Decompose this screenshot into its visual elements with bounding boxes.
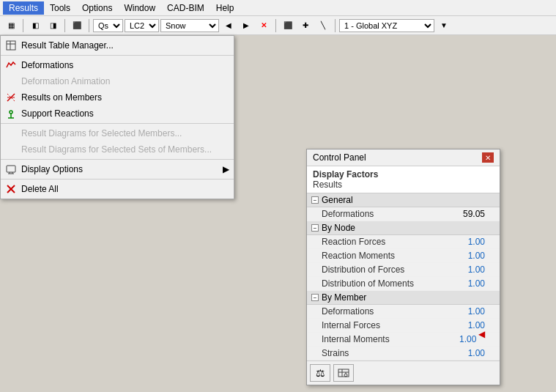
toolbar-next[interactable]: ▶	[238, 18, 254, 33]
bymember-deformations-label: Deformations	[322, 306, 459, 317]
menu-window[interactable]: Window	[118, 1, 161, 15]
delete-icon	[5, 183, 17, 195]
dropdown-result-table-manager[interactable]: Result Table Manager...	[1, 37, 234, 53]
combo-xyz[interactable]: 1 - Global XYZ	[339, 19, 434, 32]
deform-icon	[5, 59, 17, 71]
toolbar: ▦ ◧ ◨ ⬛ Qs LC2 Snow ◀ ▶ ✕ ⬛ ✚ ╲ 1 - Glob…	[0, 16, 556, 35]
toolbar-btn-2[interactable]: ◧	[27, 18, 43, 33]
menu-cadbim[interactable]: CAD-BIM	[161, 1, 210, 15]
arrow-icon: ▶	[223, 164, 229, 174]
panel-subtitle: Display Factors Results	[307, 166, 500, 193]
bymember-internal-forces-row: Internal Forces 1.00	[307, 319, 500, 333]
bynode-reaction-moments-label: Reaction Moments	[322, 251, 459, 261]
svg-rect-9	[7, 166, 15, 172]
toolbar-btn-4[interactable]: ⬛	[69, 18, 85, 33]
toolbar-btn-6[interactable]: ✚	[297, 18, 314, 33]
bymember-internal-moments-label: Internal Moments	[322, 334, 459, 344]
general-deformations-label: Deformations	[322, 209, 459, 219]
dropdown-deformation-animation[interactable]: Deformation Animation	[1, 73, 234, 89]
toolbar-btn-5[interactable]: ⬛	[280, 18, 296, 33]
footer-scale-button[interactable]: ⚖	[310, 364, 330, 382]
collapse-general-btn[interactable]: −	[311, 196, 319, 204]
bynode-reaction-forces-value: 1.00	[459, 237, 500, 247]
bymember-internal-forces-label: Internal Forces	[322, 320, 459, 330]
red-arrow-icon: ◀	[478, 329, 485, 339]
dropdown-sep-1	[1, 55, 234, 56]
support-icon	[5, 108, 17, 119]
toolbar-prev[interactable]: ◀	[220, 18, 237, 33]
bynode-distribution-moments-row: Distribution of Moments 1.00	[307, 277, 500, 291]
dropdown-results-on-members[interactable]: Results on Members	[1, 89, 234, 106]
dropdown-display-options[interactable]: Display Options ▶	[1, 161, 234, 177]
combo-qs[interactable]: Qs	[93, 19, 123, 32]
svg-point-6	[10, 111, 12, 114]
toolbar-sep-2	[64, 19, 65, 32]
bynode-distribution-forces-label: Distribution of Forces	[322, 265, 459, 275]
toolbar-sep-4	[275, 19, 276, 32]
bymember-internal-moments-row: Internal Moments 1.00 ◀	[307, 333, 500, 347]
menu-options[interactable]: Options	[76, 1, 118, 15]
menu-results[interactable]: Results	[3, 1, 44, 15]
display-icon	[5, 163, 17, 175]
bynode-distribution-forces-value: 1.00	[459, 265, 500, 275]
bynode-reaction-moments-value: 1.00	[459, 251, 500, 261]
dropdown-result-diagrams-sets[interactable]: Result Diagrams for Selected Sets of Mem…	[1, 141, 234, 158]
footer-table-button[interactable]	[333, 364, 354, 382]
control-panel: Control Panel ✕ Display Factors Results …	[306, 149, 500, 385]
bymember-strains-label: Strains	[322, 348, 459, 358]
dropdown-sep-4	[1, 179, 234, 180]
dropdown-delete-all[interactable]: Delete All	[1, 181, 234, 197]
toolbar-btn-7[interactable]: ╲	[315, 18, 331, 33]
menu-bar: Results Tools Options Window CAD-BIM Hel…	[0, 0, 556, 16]
results-icon	[5, 92, 17, 103]
dropdown-support-reactions[interactable]: Support Reactions	[1, 106, 234, 122]
bynode-reaction-moments-row: Reaction Moments 1.00	[307, 249, 500, 263]
bynode-reaction-forces-label: Reaction Forces	[322, 237, 459, 247]
dropdown-result-diagrams-members[interactable]: Result Diagrams for Selected Members...	[1, 125, 234, 141]
table-icon	[5, 40, 17, 51]
dropdown-sep-2	[1, 123, 234, 124]
section-general-label: General	[322, 195, 353, 205]
toolbar-sep-5	[335, 19, 336, 32]
dropdown-menu: Result Table Manager... Deformations Def…	[0, 35, 234, 199]
combo-snow[interactable]: Snow	[160, 19, 219, 32]
general-deformations-row: Deformations 59.05	[307, 207, 500, 221]
toolbar-sep-3	[89, 19, 89, 32]
panel-close-button[interactable]: ✕	[482, 152, 494, 163]
panel-footer: ⚖	[307, 360, 500, 385]
toolbar-sep-1	[23, 19, 23, 32]
dropdown-sep-3	[1, 159, 234, 160]
panel-subtitle-line2: Results	[313, 180, 494, 190]
panel-title-bar: Control Panel ✕	[307, 149, 500, 166]
bymember-internal-moments-value: 1.00 ◀	[459, 334, 500, 344]
toolbar-close[interactable]: ✕	[256, 18, 272, 33]
collapse-bynode-btn[interactable]: −	[311, 224, 319, 232]
panel-subtitle-line1: Display Factors	[313, 169, 494, 180]
section-bymember-label: By Member	[322, 292, 366, 303]
svg-rect-0	[7, 41, 15, 50]
bynode-reaction-forces-row: Reaction Forces 1.00	[307, 235, 500, 249]
bynode-distribution-forces-row: Distribution of Forces 1.00	[307, 263, 500, 277]
menu-tools[interactable]: Tools	[44, 1, 76, 15]
bymember-deformations-row: Deformations 1.00	[307, 305, 500, 319]
collapse-bymember-btn[interactable]: −	[311, 294, 319, 301]
menu-help[interactable]: Help	[210, 1, 240, 15]
toolbar-btn-3[interactable]: ◨	[45, 18, 61, 33]
section-general-header: − General	[307, 193, 500, 207]
toolbar-btn-8[interactable]: ▼	[436, 18, 452, 33]
bynode-distribution-moments-value: 1.00	[459, 278, 500, 289]
combo-lc2[interactable]: LC2	[125, 19, 159, 32]
workspace: Result Table Manager... Deformations Def…	[0, 35, 556, 392]
panel-title: Control Panel	[313, 152, 366, 163]
toolbar-btn-1[interactable]: ▦	[3, 18, 19, 33]
section-bynode-label: By Node	[322, 223, 355, 233]
bymember-strains-row: Strains 1.00	[307, 347, 500, 360]
bymember-strains-value: 1.00	[459, 348, 500, 358]
svg-point-18	[344, 374, 347, 377]
section-bynode-header: − By Node	[307, 221, 500, 235]
general-deformations-value: 59.05	[459, 209, 500, 219]
bynode-distribution-moments-label: Distribution of Moments	[322, 278, 459, 289]
bymember-deformations-value: 1.00	[459, 306, 500, 317]
section-bymember-header: − By Member	[307, 291, 500, 305]
dropdown-deformations[interactable]: Deformations	[1, 57, 234, 73]
